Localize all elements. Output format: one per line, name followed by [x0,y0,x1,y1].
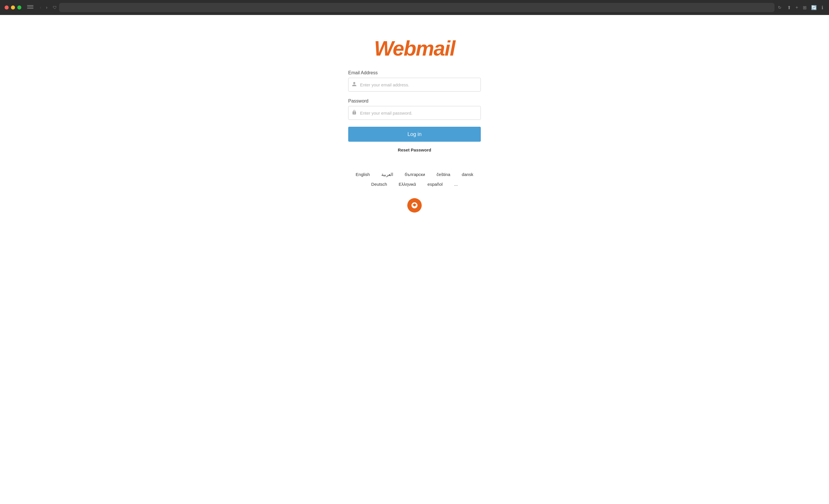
person-icon [352,81,357,88]
logo-text: Webmail [374,37,455,60]
password-input-wrapper [348,106,481,120]
lang-english[interactable]: English [353,171,372,178]
nav-buttons: ‹ › [38,4,49,11]
lang-german[interactable]: Deutsch [369,181,389,188]
reader-mode-button[interactable]: 🔄 [810,4,818,11]
login-button[interactable]: Log in [348,127,481,142]
browser-content: Webmail Email Address Password [0,15,829,504]
minimize-button[interactable] [11,5,15,9]
email-label: Email Address [348,70,481,75]
lock-icon [352,110,357,116]
forward-button[interactable]: › [44,4,49,11]
login-container: Webmail Email Address Password [343,15,486,224]
extensions-button[interactable]: ℹ [820,4,824,11]
webmail-logo: Webmail [374,38,455,59]
traffic-lights [5,5,21,9]
maximize-button[interactable] [17,5,21,9]
lang-greek[interactable]: Ελληνικά [396,181,418,188]
reload-button[interactable]: ↻ [777,4,783,11]
password-input[interactable] [348,106,481,120]
sidebar-toggle-button[interactable] [27,5,33,10]
browser-chrome: ‹ › 🛡 ↻ ⬆ + ⊞ 🔄 ℹ [0,0,829,15]
address-bar-container: 🛡 ↻ [53,3,783,12]
footer-logo-circle [407,198,422,212]
lang-more-button[interactable]: ... [452,181,460,188]
language-bar: English العربية български čeština dansk … [348,166,481,192]
tab-overview-button[interactable]: ⊞ [802,4,808,11]
lang-danish[interactable]: dansk [460,171,476,178]
address-bar[interactable] [59,3,774,12]
lang-czech[interactable]: čeština [434,171,453,178]
email-input[interactable] [348,78,481,91]
email-form-group: Email Address [348,70,481,91]
email-input-wrapper [348,78,481,91]
new-tab-button[interactable]: + [794,4,799,11]
share-button[interactable]: ⬆ [786,4,792,11]
password-label: Password [348,99,481,104]
close-button[interactable] [5,5,9,9]
password-form-group: Password [348,99,481,120]
lang-arabic[interactable]: العربية [379,171,395,178]
lang-spanish[interactable]: español [425,181,445,188]
reset-password-link[interactable]: Reset Password [398,148,431,152]
footer-logo [407,198,422,212]
shield-icon: 🛡 [53,5,57,10]
browser-actions: ⬆ + ⊞ 🔄 ℹ [786,4,824,11]
lang-bulgarian[interactable]: български [402,171,428,178]
back-button[interactable]: ‹ [38,4,43,11]
